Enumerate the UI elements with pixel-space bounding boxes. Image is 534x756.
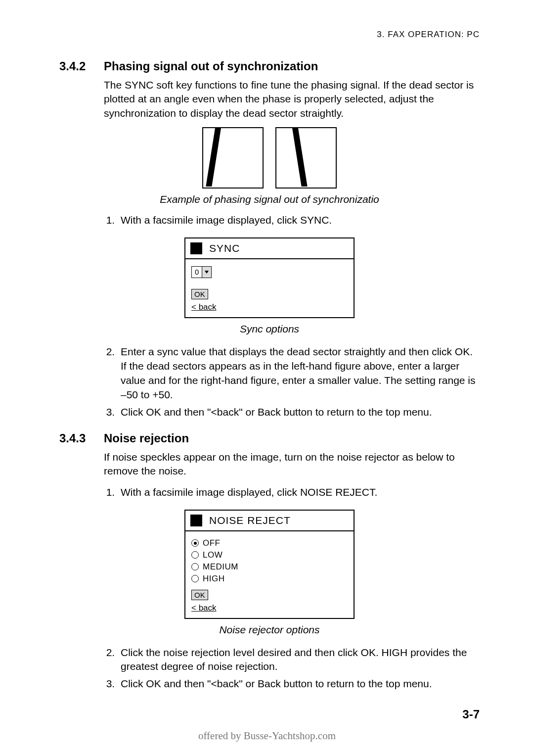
step-1: With a facsimile image displayed, click … [118, 213, 480, 228]
radio-icon [191, 575, 199, 582]
dialog-icon [190, 515, 202, 526]
noise-dialog-titlebar: NOISE REJECT [185, 511, 354, 531]
radio-icon [191, 563, 199, 570]
ok-button[interactable]: OK [191, 590, 208, 600]
section-number: 3.4.3 [59, 431, 104, 445]
sync-value-dropdown[interactable]: 0 [191, 266, 212, 278]
step-3: Click OK and then "<back" or Back button… [118, 677, 480, 691]
intro-paragraph: The SYNC soft key functions to fine tune… [104, 78, 480, 120]
sync-value: 0 [192, 267, 202, 278]
section-heading: 3.4.2 Phasing signal out of synchronizat… [59, 59, 480, 73]
radio-off[interactable]: OFF [191, 538, 348, 548]
step-3: Click OK and then "<back" or Back button… [118, 405, 480, 420]
radio-icon [191, 551, 199, 559]
step-2: Click the noise rejection level desired … [118, 646, 480, 674]
chevron-down-icon[interactable] [202, 267, 211, 278]
figure-caption: Example of phasing signal out of synchro… [59, 193, 480, 205]
running-head: 3. FAX OPERATION: PC [59, 30, 480, 40]
dialog-icon [190, 242, 202, 254]
radio-label: OFF [203, 538, 221, 548]
steps-list-cont: Enter a sync value that displays the dea… [104, 345, 480, 420]
step-2: Enter a sync value that displays the dea… [118, 345, 480, 402]
footer-credit: offered by Busse-Yachtshop.com [0, 730, 534, 742]
radio-medium[interactable]: MEDIUM [191, 562, 348, 572]
section-title: Noise rejection [104, 431, 189, 445]
back-link[interactable]: < back [191, 603, 348, 613]
radio-high[interactable]: HIGH [191, 574, 348, 584]
radio-label: HIGH [203, 574, 225, 584]
phasing-figure [59, 127, 480, 189]
radio-low[interactable]: LOW [191, 550, 348, 560]
steps-list: With a facsimile image displayed, click … [104, 213, 480, 228]
noise-caption: Noise rejector options [59, 624, 480, 636]
sync-dialog: SYNC 0 OK < back [184, 237, 355, 318]
sync-dialog-titlebar: SYNC [185, 238, 354, 259]
back-link[interactable]: < back [191, 302, 348, 312]
sync-caption: Sync options [59, 323, 480, 335]
ok-button[interactable]: OK [191, 289, 208, 299]
phase-right-box [275, 127, 337, 189]
steps-list-cont: Click the noise rejection level desired … [104, 646, 480, 692]
noise-dialog-title: NOISE REJECT [209, 515, 291, 526]
section-heading: 3.4.3 Noise rejection [59, 431, 480, 445]
phase-left-box [202, 127, 264, 189]
page-number: 3-7 [462, 708, 480, 721]
step-1: With a facsimile image displayed, click … [118, 485, 480, 500]
noise-dialog: NOISE REJECT OFF LOW MEDIUM HIGH [184, 510, 355, 619]
section-title: Phasing signal out of synchronization [104, 59, 318, 73]
radio-label: MEDIUM [203, 562, 238, 572]
radio-label: LOW [203, 550, 222, 560]
section-number: 3.4.2 [59, 59, 104, 73]
radio-icon [191, 539, 199, 547]
intro-paragraph: If noise speckles appear on the image, t… [104, 450, 480, 478]
steps-list: With a facsimile image displayed, click … [104, 485, 480, 500]
sync-dialog-title: SYNC [209, 242, 240, 254]
